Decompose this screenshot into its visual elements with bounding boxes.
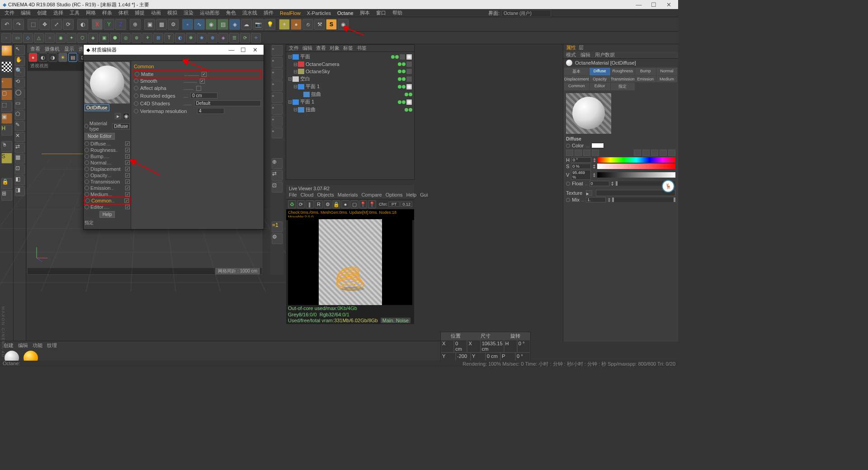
cursor-icon[interactable]: ↖ <box>15 45 25 55</box>
t2-11[interactable]: ⬢ <box>110 33 120 43</box>
rect-icon[interactable]: ▭ <box>15 99 25 109</box>
rs-10[interactable]: ⇄ <box>272 170 283 181</box>
rs-9[interactable]: ⊕ <box>272 158 283 169</box>
t2-15[interactable]: ⊞ <box>153 33 163 43</box>
obj-row[interactable]: ⊟平面 <box>288 53 412 61</box>
object-tree[interactable]: ⊟平面⊟OctaneCamera⊟OctaneSky⊟空白⊟平面 1扭曲⊟平面 … <box>286 52 414 114</box>
t2-23[interactable]: ⟳ <box>240 33 250 43</box>
vr-sun-icon[interactable]: ☀ <box>58 53 67 62</box>
node-editor-button[interactable]: Node Editor <box>85 133 115 140</box>
rs-11[interactable]: ⊡ <box>272 182 283 193</box>
octane-s-icon[interactable]: S <box>326 19 337 30</box>
t2-12[interactable]: ◎ <box>121 33 131 43</box>
menu-script[interactable]: 脚本 <box>357 9 373 17</box>
obj-row[interactable]: ⊟空白 <box>288 75 412 83</box>
lv-channel-select[interactable]: PT <box>388 202 400 207</box>
t2-19[interactable]: ❀ <box>197 33 207 43</box>
rs-gear-icon[interactable]: ⚙ <box>272 233 283 244</box>
light-icon[interactable]: 💡 <box>264 19 275 30</box>
lv-lock-icon[interactable]: 🔒 <box>332 200 340 208</box>
environment-icon[interactable]: ☁ <box>241 19 252 30</box>
sphere-tool-icon[interactable]: ● <box>1 45 12 56</box>
menu-select[interactable]: 选择 <box>51 9 66 17</box>
render-icon[interactable]: ▣ <box>144 19 155 30</box>
lv-noise-button[interactable]: Main. Noise <box>381 318 410 323</box>
attr-tab-normal[interactable]: Normal <box>656 68 677 75</box>
obj-row[interactable]: ⊟平面 1 <box>288 83 412 90</box>
history-icon[interactable]: ◐ <box>77 19 88 30</box>
vr-3[interactable]: ▤ <box>68 53 77 62</box>
rot-icon[interactable]: ⟲ <box>15 78 25 88</box>
menu-help[interactable]: 帮助 <box>390 9 405 17</box>
close-poly-icon[interactable]: ✕ <box>15 132 25 142</box>
render-region-icon[interactable]: ▦ <box>156 19 167 30</box>
menu-tools[interactable]: 工具 <box>67 9 82 17</box>
menu-pipeline[interactable]: 流水线 <box>240 9 260 17</box>
attr-tab-指定[interactable]: 指定 <box>611 83 635 90</box>
menu-xparticles[interactable]: X-Particles <box>304 9 334 17</box>
lv-refresh-icon[interactable]: ♻ <box>288 200 296 208</box>
rs-3[interactable]: ▫ <box>272 69 283 80</box>
attr-tab-common[interactable]: Common <box>564 83 589 90</box>
attr-button-tabs[interactable]: 基本DiffuseRoughnessBumpNormalDisplacement… <box>563 67 678 91</box>
menu-mograph[interactable]: 运动图形 <box>197 9 222 17</box>
t2-7[interactable]: ✦ <box>66 33 76 43</box>
lasso-icon[interactable]: ◯ <box>15 89 25 99</box>
mouse-icon[interactable]: 🖱 <box>1 141 12 152</box>
menu-octane[interactable]: Octane <box>335 9 356 17</box>
dialog-titlebar[interactable]: ◆ 材质编辑器 — ☐ ✕ <box>84 45 264 55</box>
shaders-select[interactable]: Default <box>194 100 261 106</box>
s-icon[interactable]: S <box>1 153 12 164</box>
t2-21[interactable]: ◈ <box>218 33 228 43</box>
color-mode-icons[interactable] <box>563 149 678 157</box>
t2-16[interactable]: T <box>164 33 174 43</box>
cube2-tool-icon[interactable]: ▢ <box>1 89 12 100</box>
generator-icon[interactable]: ◉ <box>206 19 217 30</box>
axis-x-button[interactable]: X <box>92 19 103 30</box>
t2-13[interactable]: ⊛ <box>132 33 142 43</box>
rs-8[interactable]: ▫ <box>272 127 283 138</box>
t2-2[interactable]: ▭ <box>12 33 22 43</box>
cube-tool-icon[interactable]: ▫ <box>1 78 12 89</box>
rs-5[interactable]: ▫ <box>272 92 283 103</box>
t2-1[interactable]: ▫ <box>1 33 11 43</box>
obj-row[interactable]: ⊟扭曲 <box>288 106 412 113</box>
menu-mesh[interactable]: 网格 <box>83 9 99 17</box>
mirror-icon[interactable]: ⇄ <box>15 143 25 153</box>
vr-render-icon[interactable]: ● <box>28 53 38 62</box>
attr-tab-bump[interactable]: Bump <box>635 68 656 75</box>
grid-icon[interactable]: ⊞ <box>1 190 12 201</box>
menu-edit[interactable]: 编辑 <box>18 9 33 17</box>
attr-tab-roughness[interactable]: Roughness <box>611 68 635 75</box>
lv-canvas[interactable] <box>288 217 412 307</box>
dialog-min-button[interactable]: — <box>226 47 237 53</box>
disc-icon[interactable]: ◉ <box>338 19 349 30</box>
edit-icon[interactable]: ✎ <box>15 121 25 131</box>
vr-2[interactable]: ◑ <box>48 53 57 62</box>
attr-tab-transmission[interactable]: Transmission <box>611 76 635 82</box>
menu-char[interactable]: 角色 <box>223 9 239 17</box>
dialog-max-button[interactable]: ☐ <box>237 47 249 53</box>
vr-1[interactable]: ◐ <box>38 53 47 62</box>
lv-r-icon[interactable]: R <box>315 200 323 208</box>
xp2-icon[interactable]: ● <box>291 19 302 30</box>
grid2-icon[interactable]: ▦ <box>15 154 25 164</box>
frame-icon[interactable]: ⬚ <box>1 101 12 112</box>
smooth-row[interactable]: Smooth............... <box>134 77 261 85</box>
array-icon[interactable]: ▤ <box>217 19 228 30</box>
menu-file[interactable]: 文件 <box>2 9 17 17</box>
rounded-edges-row[interactable]: Rounded edges.....0 cm <box>134 92 261 99</box>
rs-12[interactable]: =1 <box>272 221 283 232</box>
vmenu-display[interactable]: 显示 <box>64 46 74 52</box>
camera-icon[interactable]: 📷 <box>253 19 264 30</box>
color-swatch[interactable] <box>591 143 604 148</box>
attr-tab-基本[interactable]: 基本 <box>564 68 589 75</box>
menu-create[interactable]: 创建 <box>34 9 50 17</box>
lv-gear-icon[interactable]: ⚙ <box>324 200 332 208</box>
menu-sim[interactable]: 模拟 <box>165 9 180 17</box>
t2-10[interactable]: ▣ <box>99 33 109 43</box>
attr-tab-displacement[interactable]: Displacement <box>564 76 589 82</box>
attr-tab-diffuse[interactable]: Diffuse <box>590 68 610 75</box>
lv-pause-icon[interactable]: ‖ <box>306 200 314 208</box>
t2-20[interactable]: ⊕ <box>208 33 217 43</box>
